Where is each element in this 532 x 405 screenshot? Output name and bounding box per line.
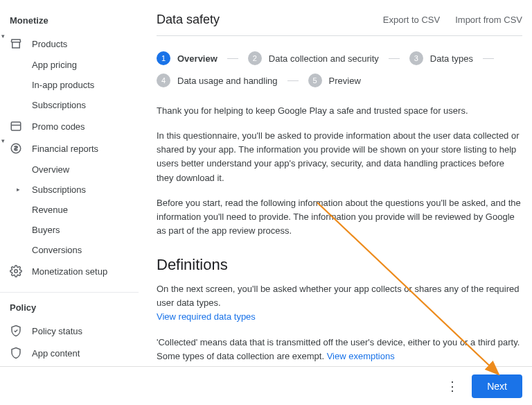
step-data-collection[interactable]: 2 Data collection and security <box>248 51 389 65</box>
page-divider <box>157 35 522 36</box>
step-data-types[interactable]: 3 Data types <box>409 51 483 65</box>
sidebar-item-monetization-setup[interactable]: Monetization setup <box>0 260 139 282</box>
sidebar-section-monetize: Monetize <box>0 6 139 33</box>
sidebar-item-label: Overview <box>32 164 69 175</box>
promo-codes-icon <box>10 120 22 132</box>
sidebar-item-label: App content <box>32 348 80 359</box>
sidebar-item-label: Monetization setup <box>32 266 107 277</box>
step-label: Data usage and handling <box>177 76 278 86</box>
view-exemptions-link[interactable]: View exemptions <box>327 351 395 361</box>
sidebar-item-label: Subscriptions <box>32 100 86 110</box>
page-title: Data safety <box>157 12 220 27</box>
sidebar-item-label: Financial reports <box>32 144 98 154</box>
caret-down-icon: ▾ <box>0 33 6 40</box>
sidebar-item-app-content[interactable]: App content <box>0 342 139 364</box>
sidebar-item-buyers[interactable]: Buyers <box>0 220 139 240</box>
intro-paragraph: Thank you for helping to keep Google Pla… <box>157 104 522 118</box>
sidebar-item-subscriptions[interactable]: Subscriptions <box>0 95 139 115</box>
main-content: Data safety Export to CSV Import from CS… <box>139 0 532 405</box>
step-label: Data collection and security <box>269 53 379 64</box>
next-button[interactable]: Next <box>472 374 522 398</box>
gear-icon <box>10 265 22 277</box>
svg-point-2 <box>15 270 18 273</box>
sidebar-item-products[interactable]: Products <box>0 33 139 55</box>
footer-bar: ⋮ Next <box>0 366 532 405</box>
definitions-heading: Definitions <box>157 256 522 274</box>
sidebar-item-label: Products <box>32 39 67 49</box>
caret-down-icon: ▾ <box>0 137 6 144</box>
export-csv-link[interactable]: Export to CSV <box>383 15 440 25</box>
intro-paragraph: In this questionnaire, you'll be asked t… <box>157 129 522 185</box>
step-number-icon: 5 <box>308 74 322 87</box>
sidebar-item-in-app-products[interactable]: In-app products <box>0 75 139 95</box>
sidebar-item-subscriptions-reports[interactable]: Subscriptions <box>0 180 139 200</box>
shield-check-icon <box>10 325 22 337</box>
sidebar-item-label: Policy status <box>32 326 82 336</box>
sidebar-item-label: Conversions <box>32 245 82 255</box>
definitions-paragraph: On the next screen, you'll be asked whet… <box>157 282 522 324</box>
caret-right-icon: ▸ <box>17 186 20 193</box>
sidebar-section-policy: Policy <box>0 293 139 320</box>
step-connector <box>483 58 494 59</box>
step-number-icon: 3 <box>409 51 423 65</box>
sidebar-item-revenue[interactable]: Revenue <box>0 200 139 220</box>
sidebar-item-promo-codes[interactable]: Promo codes <box>0 115 139 137</box>
products-icon <box>10 37 22 50</box>
step-connector <box>287 80 299 81</box>
step-number-icon: 4 <box>157 74 170 87</box>
step-overview[interactable]: 1 Overview <box>157 51 227 65</box>
step-label: Data types <box>430 53 473 64</box>
shield-icon <box>10 347 22 359</box>
step-number-icon: 2 <box>248 51 262 65</box>
sidebar-item-label: In-app products <box>32 80 94 90</box>
sidebar-item-overview[interactable]: Overview <box>0 160 139 180</box>
step-label: Preview <box>329 76 361 86</box>
sidebar-item-label: Promo codes <box>32 121 85 132</box>
sidebar-item-label: Buyers <box>32 225 60 235</box>
sidebar-item-policy-status[interactable]: Policy status <box>0 320 139 342</box>
financial-reports-icon <box>10 142 22 155</box>
definitions-paragraph: 'Collected' means data that is transmitt… <box>157 336 522 363</box>
import-csv-link[interactable]: Import from CSV <box>455 15 522 25</box>
stepper: 1 Overview 2 Data collection and securit… <box>157 51 522 87</box>
svg-rect-0 <box>11 122 21 130</box>
sidebar-item-conversions[interactable]: Conversions <box>0 240 139 260</box>
step-connector <box>389 58 400 59</box>
view-required-data-types-link[interactable]: View required data types <box>157 311 256 322</box>
step-preview[interactable]: 5 Preview <box>308 74 371 87</box>
step-number-icon: 1 <box>157 51 170 65</box>
step-data-usage[interactable]: 4 Data usage and handling <box>157 74 287 87</box>
sidebar-item-label: Subscriptions <box>32 184 86 195</box>
sidebar-item-financial-reports[interactable]: Financial reports <box>0 137 139 160</box>
sidebar-item-label: App pricing <box>32 60 77 70</box>
step-connector <box>227 58 238 59</box>
more-options-icon[interactable]: ⋮ <box>442 374 462 398</box>
sidebar-item-label: Revenue <box>32 205 68 215</box>
sidebar-item-app-pricing[interactable]: App pricing <box>0 55 139 75</box>
sidebar: Monetize ▾ Products App pricing In-app p… <box>0 0 139 405</box>
step-label: Overview <box>177 53 218 64</box>
intro-paragraph: Before you start, read the following inf… <box>157 196 522 238</box>
